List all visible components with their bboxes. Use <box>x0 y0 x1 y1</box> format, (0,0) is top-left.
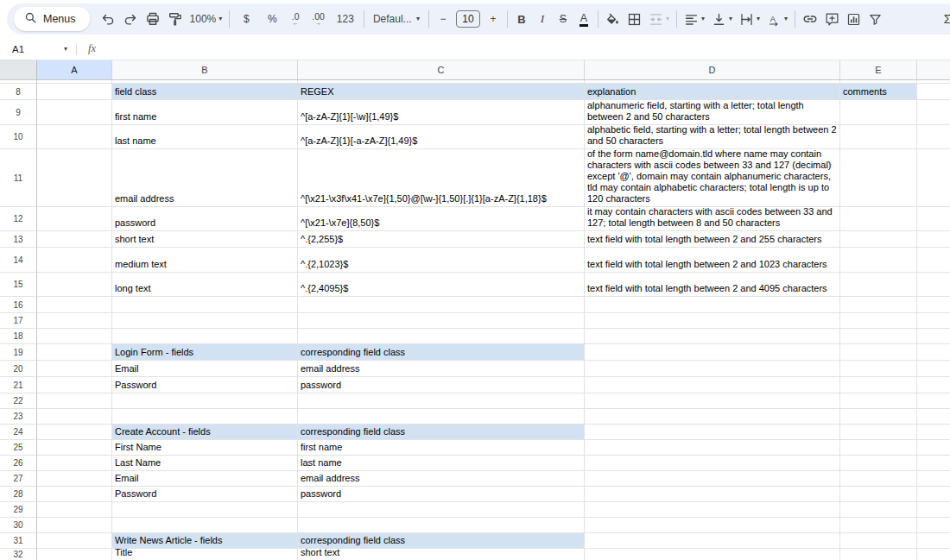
cell-B19[interactable]: Login Form - fields <box>112 344 298 361</box>
italic-button[interactable]: I <box>532 8 553 30</box>
cell-B26[interactable]: Last Name <box>112 456 298 471</box>
cell-A21[interactable] <box>37 377 112 393</box>
cell-E16[interactable] <box>840 297 917 313</box>
cell-D23[interactable] <box>585 409 840 425</box>
cell-E32[interactable] <box>840 549 917 560</box>
more-formats-button[interactable]: 123 <box>333 8 358 30</box>
row-header-27[interactable]: 27 <box>0 471 37 487</box>
row-header-28[interactable]: 28 <box>0 487 37 502</box>
row-header-13[interactable]: 13 <box>0 231 37 248</box>
cell-C23[interactable] <box>298 409 585 425</box>
cell-D21[interactable] <box>585 377 840 393</box>
cell-C11[interactable]: ^[\x21-\x3f\x41-\x7e]{1,50}@[\w-]{1,50}[… <box>298 149 585 207</box>
cell-E28[interactable] <box>840 487 917 502</box>
undo-button[interactable] <box>97 8 119 30</box>
cell-D11[interactable]: of the form name@domain.tld where name m… <box>585 149 840 207</box>
cell-C8[interactable]: REGEX <box>298 84 585 100</box>
cell-B30[interactable] <box>112 518 298 533</box>
row-header-14[interactable]: 14 <box>0 248 37 273</box>
cell-B11[interactable]: email address <box>112 149 298 207</box>
format-currency-button[interactable]: $ <box>236 8 256 30</box>
cell-B32[interactable]: Title <box>112 549 298 560</box>
cell-F27[interactable] <box>917 471 950 487</box>
cell-E12[interactable] <box>840 207 917 231</box>
row-header-19[interactable]: 19 <box>0 344 37 361</box>
cell-C19[interactable]: corresponding field class <box>298 344 585 361</box>
column-header-C[interactable]: C <box>298 60 585 79</box>
cell-A32[interactable] <box>37 549 112 560</box>
cell-B22[interactable] <box>112 393 298 409</box>
cell-B18[interactable] <box>112 329 298 344</box>
zoom-select[interactable]: 100% ▾ <box>187 8 226 30</box>
cell-B12[interactable]: password <box>112 207 298 231</box>
vertical-align-button[interactable]: ▾ <box>708 8 736 30</box>
cell-E9[interactable] <box>840 100 917 125</box>
cell-C29[interactable] <box>298 502 585 518</box>
cell-C14[interactable]: ^.{2,1023}$ <box>298 248 585 273</box>
cell-C13[interactable]: ^.{2,255}$ <box>298 231 585 248</box>
insert-chart-button[interactable] <box>843 8 864 30</box>
cell-E13[interactable] <box>840 231 917 248</box>
row-header-17[interactable]: 17 <box>0 313 37 329</box>
cell-C10[interactable]: ^[a-zA-Z]{1}[-a-zA-Z]{1,49}$ <box>298 125 585 149</box>
cell-D12[interactable]: it may contain characters with ascii cod… <box>585 207 840 231</box>
cell-F26[interactable] <box>917 456 950 471</box>
cell-D30[interactable] <box>585 518 840 533</box>
cell-A26[interactable] <box>37 456 112 471</box>
cell-E15[interactable] <box>840 273 917 297</box>
cell-B31[interactable]: Write News Article - fields <box>112 533 298 549</box>
cell-C20[interactable]: email address <box>298 361 585 377</box>
row-header-12[interactable]: 12 <box>0 207 37 231</box>
select-all-corner[interactable] <box>0 60 37 79</box>
strikethrough-button[interactable]: S <box>553 8 573 30</box>
cell-F12[interactable] <box>917 207 950 231</box>
cell-C9[interactable]: ^[a-zA-Z]{1}[-\w]{1,49}$ <box>298 100 585 125</box>
cell-F8[interactable] <box>917 84 950 100</box>
cell-D25[interactable] <box>585 440 840 456</box>
cell-B25[interactable]: First Name <box>112 440 298 456</box>
cell-E23[interactable] <box>840 409 917 425</box>
cell-A11[interactable] <box>37 149 112 207</box>
horizontal-align-button[interactable]: ▾ <box>681 8 708 30</box>
cell-F23[interactable] <box>917 409 950 425</box>
cell-F22[interactable] <box>917 393 950 409</box>
cell-A28[interactable] <box>37 487 112 502</box>
cell-E17[interactable] <box>840 313 917 329</box>
decrease-font-size-button[interactable]: − <box>433 8 453 30</box>
cell-B21[interactable]: Password <box>112 377 298 393</box>
cell-B23[interactable] <box>112 409 298 425</box>
cell-E24[interactable] <box>840 425 917 440</box>
cell-A30[interactable] <box>37 518 112 533</box>
cell-B28[interactable]: Password <box>112 487 298 502</box>
font-size-input[interactable]: 10 <box>456 10 480 28</box>
cell-A18[interactable] <box>37 329 112 344</box>
create-filter-button[interactable] <box>864 8 886 30</box>
cell-D22[interactable] <box>585 393 840 409</box>
cell-C15[interactable]: ^.{2,4095}$ <box>298 273 585 297</box>
menus-button[interactable]: Menus <box>14 7 90 31</box>
cell-B8[interactable]: field class <box>112 84 298 100</box>
row-header-8[interactable]: 8 <box>0 84 37 100</box>
cell-D19[interactable] <box>585 344 840 361</box>
redo-button[interactable] <box>119 8 142 30</box>
cell-A27[interactable] <box>37 471 112 487</box>
column-header-A[interactable]: A <box>37 60 112 79</box>
cell-D16[interactable] <box>585 297 840 313</box>
cell-D15[interactable]: text field with total length between 2 a… <box>585 273 840 297</box>
column-header-E[interactable]: E <box>840 60 917 79</box>
cell-F19[interactable] <box>917 344 950 361</box>
cell-C30[interactable] <box>298 518 585 533</box>
cell-F14[interactable] <box>917 248 950 273</box>
row-header-30[interactable]: 30 <box>0 518 37 533</box>
cell-D27[interactable] <box>585 471 840 487</box>
cell-A20[interactable] <box>37 361 112 377</box>
decrease-decimal-button[interactable]: .0← <box>285 8 306 30</box>
column-header-D[interactable]: D <box>585 60 840 79</box>
cell-E25[interactable] <box>840 440 917 456</box>
print-button[interactable] <box>142 8 164 30</box>
column-header-F[interactable] <box>917 60 950 79</box>
cell-A31[interactable] <box>37 533 112 549</box>
cell-E21[interactable] <box>840 377 917 393</box>
cell-E11[interactable] <box>840 149 917 207</box>
name-box[interactable]: A1 ▾ <box>12 44 67 54</box>
